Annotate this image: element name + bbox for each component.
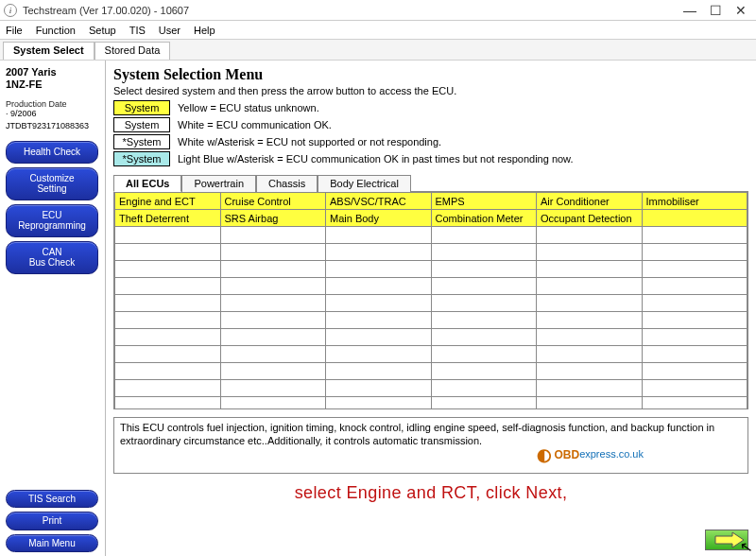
page-title: System Selection Menu <box>113 66 748 83</box>
ecu-cell-empty <box>326 295 432 312</box>
ecu-cell-empty <box>537 278 643 295</box>
ecu-cell-empty <box>220 329 326 346</box>
legend-lightblue-text: Light Blue w/Asterisk = ECU communicatio… <box>178 153 574 165</box>
ecu-cell-empty <box>537 363 643 380</box>
ecu-cell-empty <box>431 346 537 363</box>
ecu-cell-empty <box>431 244 537 261</box>
ecu-cell-empty <box>642 295 747 312</box>
prod-date: · 9/2006 <box>6 109 99 118</box>
ecu-row-empty <box>115 244 747 261</box>
ecu-cell-empty <box>115 329 221 346</box>
ecu-cell-empty <box>431 397 537 410</box>
ecu-cell-empty <box>431 227 537 244</box>
close-button[interactable]: ✕ <box>735 3 747 18</box>
menu-setup[interactable]: Setup <box>89 25 116 36</box>
ecu-cell-empty <box>115 261 221 278</box>
legend-asterisk: *System <box>113 134 170 149</box>
sidebar: 2007 Yaris 1NZ-FE Production Date · 9/20… <box>0 61 106 556</box>
ecu-row-empty <box>115 261 747 278</box>
vin: JTDBT923171088363 <box>6 121 99 130</box>
maximize-button[interactable]: ☐ <box>710 3 722 18</box>
ecu-cell-empty <box>537 346 643 363</box>
ecu-cell[interactable]: ABS/VSC/TRAC <box>326 193 432 210</box>
ecu-reprogramming-button[interactable]: ECU Reprogramming <box>6 204 98 237</box>
legend-yellow-text: Yellow = ECU status unknown. <box>178 102 319 113</box>
ecu-cell[interactable] <box>642 210 747 227</box>
ecutab-powertrain[interactable]: Powertrain <box>181 175 256 192</box>
menu-tis[interactable]: TIS <box>129 25 146 36</box>
health-check-button[interactable]: Health Check <box>6 141 98 164</box>
ecu-cell[interactable]: Main Body <box>326 210 432 227</box>
customize-setting-button[interactable]: Customize Setting <box>6 167 98 200</box>
ecu-cell[interactable]: SRS Airbag <box>220 210 326 227</box>
ecu-cell[interactable]: Cruise Control <box>220 193 326 210</box>
ecu-cell[interactable]: Immobiliser <box>642 193 747 210</box>
ecu-cell-empty <box>431 329 537 346</box>
ecu-cell-empty <box>537 261 643 278</box>
ecu-cell-empty <box>220 227 326 244</box>
ecu-cell-empty <box>431 261 537 278</box>
menu-user[interactable]: User <box>159 25 180 36</box>
ecu-cell[interactable]: Combination Meter <box>431 210 537 227</box>
ecu-cell-empty <box>537 312 643 329</box>
ecu-cell-empty <box>326 227 432 244</box>
ecu-cell[interactable]: Theft Deterrent <box>115 210 221 227</box>
watermark-left: OBD <box>554 448 579 462</box>
print-button[interactable]: Print <box>6 512 98 530</box>
ecu-row[interactable]: Engine and ECTCruise ControlABS/VSC/TRAC… <box>115 193 747 210</box>
ecu-cell-empty <box>537 397 643 410</box>
ecu-cell-empty <box>326 261 432 278</box>
legend-white: System <box>113 117 170 132</box>
cursor-icon: ↖ <box>738 537 753 556</box>
ecu-cell-empty <box>326 363 432 380</box>
ecu-cell-empty <box>537 329 643 346</box>
ecutab-body[interactable]: Body Electrical <box>318 175 411 192</box>
ecu-cell-empty <box>642 397 747 410</box>
ecu-cell-empty <box>220 278 326 295</box>
ecu-cell-empty <box>115 244 221 261</box>
instruction-caption: select Engine and RCT, click Next, <box>113 483 748 503</box>
tis-search-button[interactable]: TIS Search <box>6 490 98 509</box>
prod-date-label: Production Date <box>6 99 99 109</box>
menu-help[interactable]: Help <box>194 25 215 36</box>
ecutab-chassis[interactable]: Chassis <box>256 175 318 192</box>
ecu-cell-empty <box>326 244 432 261</box>
ecu-row-empty <box>115 312 747 329</box>
ecu-cell[interactable]: Occupant Detection <box>537 210 643 227</box>
window-titlebar: i Techstream (Ver 17.00.020) - 10607 — ☐… <box>0 0 756 21</box>
vehicle-engine: 1NZ-FE <box>6 78 99 90</box>
minimize-button[interactable]: — <box>683 3 696 18</box>
ecu-cell-empty <box>642 261 747 278</box>
tab-stored-data[interactable]: Stored Data <box>94 42 171 60</box>
ecu-cell-empty <box>220 380 326 397</box>
ecu-cell-empty <box>115 346 221 363</box>
ecu-cell-empty <box>220 295 326 312</box>
ecu-cell[interactable]: Air Conditioner <box>537 193 643 210</box>
ecu-cell-empty <box>537 244 643 261</box>
ecu-cell[interactable]: Engine and ECT <box>115 193 221 210</box>
ecu-description: This ECU controls fuel injection, igniti… <box>120 422 714 446</box>
menu-function[interactable]: Function <box>36 25 76 36</box>
ecu-row[interactable]: Theft DeterrentSRS AirbagMain BodyCombin… <box>115 210 747 227</box>
ecu-cell-empty <box>115 227 221 244</box>
ecu-cell-empty <box>220 244 326 261</box>
ecu-cell-empty <box>431 363 537 380</box>
ecu-cell-empty <box>220 397 326 410</box>
ecu-cell-empty <box>642 278 747 295</box>
ecu-cell-empty <box>642 329 747 346</box>
tab-system-select[interactable]: System Select <box>3 42 94 60</box>
watermark-right: express.co.uk <box>579 448 644 461</box>
ecutab-all[interactable]: All ECUs <box>113 175 181 192</box>
ecu-row-empty <box>115 329 747 346</box>
can-bus-check-button[interactable]: CAN Bus Check <box>6 241 98 274</box>
page-subtitle: Select desired system and then press the… <box>113 85 748 96</box>
watermark: ◐ OBD express.co.uk <box>537 444 644 466</box>
main-menu-button[interactable]: Main Menu <box>6 534 98 553</box>
ecu-cell-empty <box>642 346 747 363</box>
ecu-grid-scroll[interactable]: Engine and ECTCruise ControlABS/VSC/TRAC… <box>113 192 748 409</box>
ecu-cell[interactable]: EMPS <box>431 193 537 210</box>
ecu-tabs: All ECUs Powertrain Chassis Body Electri… <box>113 174 748 192</box>
ecu-cell-empty <box>642 380 747 397</box>
menu-file[interactable]: File <box>6 25 23 36</box>
ecu-cell-empty <box>326 312 432 329</box>
